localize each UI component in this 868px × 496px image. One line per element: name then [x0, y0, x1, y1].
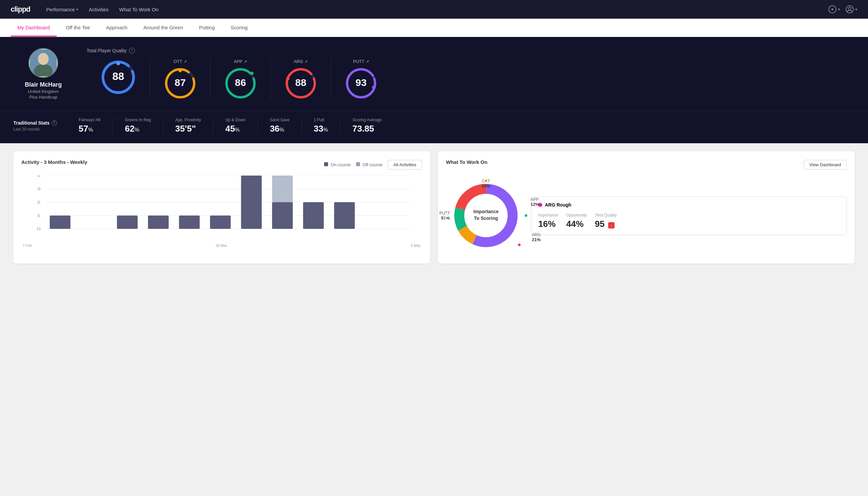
putt-dot [444, 214, 448, 218]
app-logo[interactable]: clippd [11, 5, 30, 14]
donut-chart: Importance To Scoring PUTT 57% OTT 10% A… [446, 175, 526, 255]
wtwo-header: What To Work On View Dashboard [446, 159, 847, 170]
score-card-app: APP ↗ 86 [210, 59, 271, 100]
activity-chart-title: Activity - 3 Months - Weekly [21, 159, 87, 165]
ott-dot [484, 179, 488, 183]
svg-text:3: 3 [37, 187, 41, 191]
tab-putting[interactable]: Putting [192, 19, 221, 37]
view-dashboard-button[interactable]: View Dashboard [804, 160, 847, 170]
player-country: United Kingdom [28, 89, 59, 94]
svg-point-27 [372, 86, 375, 89]
arg-rough-info-card: ARG Rough Importance 16% Opportunity 44%… [531, 197, 847, 235]
app-donut-label: APP 12% [531, 197, 539, 207]
player-handicap: Plus Handicap [29, 95, 57, 99]
tab-approach[interactable]: Approach [99, 19, 134, 37]
svg-point-8 [38, 53, 49, 65]
svg-point-11 [116, 62, 120, 65]
activity-bar-chart: 0 1 2 3 4 [21, 175, 422, 242]
trad-stats-label: Traditional Stats ? Last 20 rounds [13, 120, 67, 131]
tab-off-the-tee[interactable]: Off the Tee [59, 19, 97, 37]
svg-text:88: 88 [295, 77, 306, 88]
tpq-label: Total Player Quality ? [86, 48, 855, 53]
putt-label: PUTT ↗ [353, 59, 369, 64]
score-card-arg: ARG ↗ 88 [271, 59, 331, 100]
tabs-bar: My Dashboard Off the Tee Approach Around… [0, 19, 868, 37]
svg-text:86: 86 [235, 77, 246, 88]
nav-right: ▾ ▾ [828, 5, 857, 14]
stat-scoring-average: Scoring Average 73.85 [341, 118, 394, 134]
player-info: Blair McHarg United Kingdom Plus Handica… [13, 48, 73, 99]
svg-rect-40 [117, 216, 138, 229]
avatar [28, 48, 58, 78]
svg-rect-48 [334, 202, 355, 229]
info-stats: Importance 16% Opportunity 44% Shot Qual… [538, 213, 840, 229]
all-activities-button[interactable]: All Activities [388, 160, 422, 170]
svg-text:To Scoring: To Scoring [474, 216, 498, 221]
chart-x-labels: 7 Feb 28 Mar 9 May [21, 244, 422, 248]
stat-up-and-down: Up & Down 45% [213, 118, 258, 134]
svg-text:0: 0 [37, 227, 41, 231]
stat-greens-in-reg: Greens In Reg 62% [113, 118, 163, 134]
svg-text:4: 4 [37, 175, 41, 178]
tab-scoring[interactable]: Scoring [224, 19, 254, 37]
score-card-ott: OTT ↗ 87 [150, 59, 210, 100]
nav-performance[interactable]: Performance ▾ [46, 7, 78, 12]
trad-stats-help-icon[interactable]: ? [52, 120, 57, 126]
svg-rect-47 [303, 202, 324, 229]
stat-items: Fairways Hit 57% Greens In Reg 62% App. … [67, 118, 855, 134]
shot-quality-badge: ↓ [608, 222, 615, 229]
tpq-help-icon[interactable]: ? [129, 48, 135, 53]
svg-rect-43 [210, 216, 231, 229]
opportunity-stat: Opportunity 44% [566, 213, 587, 229]
score-cards: 88 OTT ↗ 87 APP ↗ [86, 59, 855, 100]
arg-donut-label: ARG 21% [532, 233, 541, 242]
stat-fairways-hit: Fairways Hit 57% [67, 118, 113, 134]
legend-off-course: Off course [356, 162, 382, 167]
player-name: Blair McHarg [25, 81, 62, 88]
svg-rect-42 [179, 216, 200, 229]
svg-rect-39 [50, 216, 70, 229]
arg-dot [517, 243, 521, 247]
what-to-work-on-card: What To Work On View Dashboard [438, 151, 855, 263]
svg-point-15 [178, 69, 182, 72]
svg-rect-46 [272, 175, 293, 202]
wtwo-title: What To Work On [446, 159, 487, 165]
add-button[interactable]: ▾ [828, 5, 840, 14]
stat-sand-save: Sand Save 36% [258, 118, 302, 134]
svg-text:93: 93 [356, 77, 366, 88]
svg-point-3 [846, 6, 853, 13]
svg-rect-44 [241, 175, 262, 229]
nav-links: Performance ▾ Activities What To Work On [46, 7, 828, 12]
svg-text:1: 1 [37, 214, 41, 218]
tab-my-dashboard[interactable]: My Dashboard [11, 19, 57, 37]
app-dot [524, 214, 528, 218]
legend-on-course: On course [324, 162, 351, 167]
nav-what-to-work-on[interactable]: What To Work On [119, 7, 159, 12]
metrics-section: Total Player Quality ? 88 OTT ↗ [86, 48, 855, 100]
svg-text:87: 87 [175, 77, 186, 88]
nav-activities[interactable]: Activities [89, 7, 109, 12]
what-to-work-content: Importance To Scoring PUTT 57% OTT 10% A… [446, 175, 847, 255]
shot-quality-stat: Shot Quality 95 ↓ [595, 213, 617, 229]
trad-stats-title: Traditional Stats ? [13, 120, 67, 126]
bottom-section: Activity - 3 Months - Weekly On course O… [0, 143, 868, 272]
arg-label: ARG ↗ [294, 59, 308, 64]
traditional-stats: Traditional Stats ? Last 20 rounds Fairw… [0, 111, 868, 143]
score-card-putt: PUTT ↗ 93 [331, 59, 391, 100]
svg-text:2: 2 [37, 200, 41, 204]
svg-point-19 [250, 72, 253, 75]
tab-around-the-green[interactable]: Around the Green [137, 19, 190, 37]
top-navigation: clippd Performance ▾ Activities What To … [0, 0, 868, 19]
user-menu-button[interactable]: ▾ [845, 5, 857, 14]
svg-point-4 [848, 7, 851, 10]
svg-text:Importance: Importance [473, 209, 499, 214]
svg-point-23 [286, 77, 289, 80]
svg-text:88: 88 [112, 70, 124, 82]
importance-stat: Importance 16% [538, 213, 558, 229]
chart-legend: On course Off course [324, 162, 382, 167]
stat-app-proximity: App. Proximity 35'5" [163, 118, 213, 134]
activity-card-header: Activity - 3 Months - Weekly On course O… [21, 159, 422, 170]
info-card-title: ARG Rough [538, 202, 840, 207]
activity-chart-card: Activity - 3 Months - Weekly On course O… [13, 151, 430, 263]
ott-label: OTT ↗ [174, 59, 187, 64]
